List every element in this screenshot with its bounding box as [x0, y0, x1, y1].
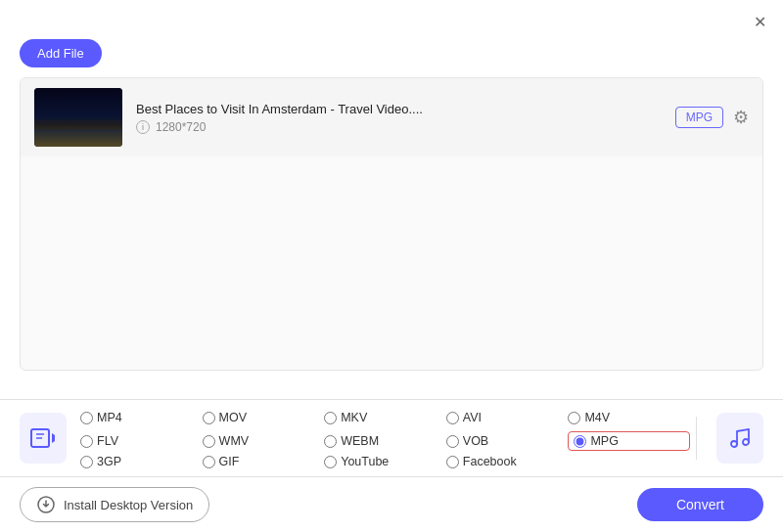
- format-radio-wmv[interactable]: [203, 435, 215, 448]
- thumbnail: [34, 88, 122, 147]
- format-option-mpg[interactable]: MPG: [568, 431, 690, 451]
- title-bar: ✕: [0, 0, 783, 39]
- install-label: Install Desktop Version: [64, 498, 193, 512]
- format-radio-mkv[interactable]: [324, 412, 337, 424]
- format-option-webm[interactable]: WEBM: [324, 431, 446, 451]
- format-radio-avi[interactable]: [446, 412, 459, 424]
- convert-button[interactable]: Convert: [637, 488, 763, 521]
- settings-icon[interactable]: ⚙: [733, 107, 749, 128]
- format-option-youtube[interactable]: YouTube: [324, 455, 446, 468]
- format-option-flv[interactable]: FLV: [80, 431, 203, 451]
- file-title: Best Places to Visit In Amsterdam - Trav…: [136, 102, 662, 116]
- vertical-divider: [696, 417, 697, 460]
- format-radio-facebook[interactable]: [446, 456, 459, 468]
- format-option-3gp[interactable]: 3GP: [80, 455, 203, 468]
- file-list: Best Places to Visit In Amsterdam - Trav…: [20, 77, 763, 371]
- format-radio-3gp[interactable]: [80, 456, 93, 468]
- audio-format-icon[interactable]: [716, 413, 763, 464]
- format-option-gif[interactable]: GIF: [203, 455, 325, 468]
- format-selector: MP4 MOV MKV AVI M4V FLV WMV WEBM: [0, 400, 783, 477]
- bottom-panel: MP4 MOV MKV AVI M4V FLV WMV WEBM: [0, 399, 783, 532]
- format-option-vob[interactable]: VOB: [446, 431, 569, 451]
- svg-marker-1: [52, 433, 55, 443]
- format-radio-webm[interactable]: [324, 435, 337, 448]
- file-actions: MPG ⚙: [675, 107, 749, 128]
- format-option-mp4[interactable]: MP4: [80, 408, 203, 427]
- action-bar: Install Desktop Version Convert: [0, 477, 783, 532]
- file-resolution: 1280*720: [156, 120, 206, 134]
- format-radio-gif[interactable]: [203, 456, 215, 468]
- download-icon: [36, 495, 56, 514]
- format-radio-mpg[interactable]: [574, 435, 586, 448]
- toolbar: Add File: [0, 39, 783, 77]
- file-meta: i 1280*720: [136, 120, 662, 134]
- video-format-icon[interactable]: [20, 413, 67, 464]
- file-item: Best Places to Visit In Amsterdam - Trav…: [21, 78, 762, 156]
- format-radio-youtube[interactable]: [324, 456, 337, 468]
- format-option-m4v[interactable]: M4V: [568, 408, 690, 427]
- svg-point-4: [731, 441, 737, 447]
- format-option-wmv[interactable]: WMV: [203, 431, 325, 451]
- add-file-button[interactable]: Add File: [20, 39, 102, 67]
- format-option-mov[interactable]: MOV: [203, 408, 325, 427]
- format-option-mkv[interactable]: MKV: [324, 408, 446, 427]
- close-button[interactable]: ✕: [750, 12, 769, 31]
- format-option-avi[interactable]: AVI: [446, 408, 569, 427]
- install-desktop-button[interactable]: Install Desktop Version: [20, 487, 209, 522]
- format-grid: MP4 MOV MKV AVI M4V FLV WMV WEBM: [80, 408, 690, 468]
- format-radio-vob[interactable]: [446, 435, 459, 448]
- format-radio-mov[interactable]: [203, 412, 215, 424]
- info-icon: i: [136, 120, 150, 134]
- format-radio-mp4[interactable]: [80, 412, 93, 424]
- format-radio-flv[interactable]: [80, 435, 93, 448]
- format-option-facebook[interactable]: Facebook: [446, 455, 569, 468]
- format-badge[interactable]: MPG: [675, 107, 723, 128]
- format-radio-m4v[interactable]: [568, 412, 580, 424]
- file-info: Best Places to Visit In Amsterdam - Trav…: [136, 102, 662, 134]
